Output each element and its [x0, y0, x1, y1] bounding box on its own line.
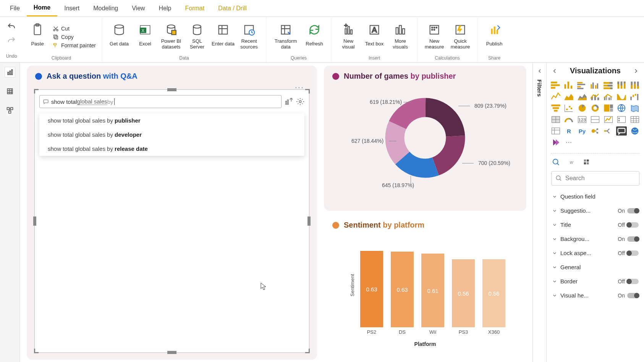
resize-handle-top[interactable] — [167, 88, 176, 91]
undo-button[interactable] — [7, 21, 16, 34]
viz-kpi-icon[interactable] — [603, 115, 614, 124]
recent-sources-button[interactable]: Recent sources — [237, 22, 261, 52]
viz-filled-map-icon[interactable] — [629, 103, 640, 113]
menu-insert[interactable]: Insert — [57, 0, 86, 16]
viz-scatter-icon[interactable] — [563, 103, 574, 113]
bar-1[interactable]: 0.63DS — [391, 252, 414, 327]
viz-stacked-bar-icon[interactable] — [550, 81, 561, 90]
bar-0[interactable]: 0.63PS2 — [360, 251, 383, 327]
viz-line-clustered-icon[interactable] — [603, 92, 614, 101]
menu-format[interactable]: Format — [178, 0, 211, 16]
viz-decomposition-icon[interactable] — [603, 126, 614, 136]
pbi-datasets-button[interactable]: Power BI datasets — [159, 22, 183, 52]
get-data-button[interactable]: Get data — [107, 22, 131, 52]
cut-button[interactable]: Cut — [51, 25, 97, 32]
transform-data-button[interactable]: Transform data — [271, 22, 301, 52]
viz-r-icon[interactable]: R — [563, 126, 574, 136]
viz-funnel-icon[interactable] — [550, 103, 561, 113]
suggestion-item-0[interactable]: show total global sales by publisher — [39, 113, 304, 128]
qa-visual-tile[interactable]: Ask a question with Q&A ··· show total g… — [27, 66, 317, 360]
prop-visual-header[interactable]: Visual he...On — [547, 288, 644, 302]
viz-key-influencers-icon[interactable] — [590, 126, 600, 136]
resize-handle-br[interactable] — [305, 349, 310, 353]
menu-view[interactable]: View — [125, 0, 152, 16]
prop-question-field[interactable]: Question field — [547, 189, 644, 204]
refresh-button[interactable]: Refresh — [302, 22, 327, 52]
paste-button[interactable]: Paste — [25, 22, 50, 52]
viz-slicer-icon[interactable] — [616, 115, 627, 124]
toggle-suggestions[interactable] — [627, 208, 639, 213]
viz-stacked-column-icon[interactable] — [563, 81, 574, 90]
prop-title[interactable]: TitleOff — [547, 218, 644, 232]
viz-search-tab-button[interactable] — [552, 158, 560, 166]
text-box-button[interactable]: AText box — [362, 22, 387, 52]
report-view-button[interactable] — [5, 67, 15, 77]
qa-question-input[interactable]: show total global sales by — [39, 95, 282, 108]
bar-4[interactable]: 0.56X360 — [482, 259, 505, 327]
toggle-title[interactable] — [627, 222, 639, 228]
viz-next-button[interactable] — [633, 68, 639, 74]
viz-more-button[interactable]: ··· — [563, 138, 574, 147]
viz-100pct-bar-icon[interactable] — [603, 81, 614, 90]
model-view-button[interactable] — [5, 105, 15, 115]
toggle-visual-header[interactable] — [627, 293, 639, 298]
viz-stacked-area-icon[interactable] — [577, 92, 587, 101]
viz-line-icon[interactable] — [550, 92, 561, 101]
viz-table-icon[interactable] — [629, 115, 640, 124]
viz-area-icon[interactable] — [563, 92, 574, 101]
viz-line-column-icon[interactable] — [590, 92, 600, 101]
resize-handle-tr[interactable] — [305, 89, 310, 94]
resize-handle-bl[interactable] — [34, 349, 39, 353]
viz-ribbon-icon[interactable] — [616, 92, 627, 101]
menu-help[interactable]: Help — [152, 0, 178, 16]
viz-treemap-icon[interactable] — [603, 103, 614, 113]
more-visuals-button[interactable]: More visuals — [388, 22, 413, 52]
convert-visual-button[interactable] — [285, 97, 293, 106]
suggestion-item-1[interactable]: show total global sales by developer — [39, 128, 304, 142]
resize-handle-right[interactable] — [307, 217, 311, 226]
menu-home[interactable]: Home — [27, 0, 57, 16]
new-visual-button[interactable]: +New visual — [336, 22, 361, 52]
quick-measure-button[interactable]: Quick measure — [448, 22, 472, 52]
viz-pie-icon[interactable] — [577, 103, 587, 113]
bar-3[interactable]: 0.56PS3 — [452, 259, 475, 327]
resize-handle-bottom[interactable] — [167, 351, 176, 354]
viz-gauge-icon[interactable] — [563, 115, 574, 124]
bar-chart-tile[interactable]: Sentiment by platform Sentiment Platform… — [324, 215, 526, 360]
prop-suggestions[interactable]: Suggestio...On — [547, 204, 644, 218]
viz-card-icon[interactable]: 123 — [577, 115, 587, 124]
viz-python-icon[interactable]: Py — [577, 126, 587, 136]
filters-pane-collapsed[interactable]: Filters — [532, 63, 546, 362]
publish-button[interactable]: Publish — [482, 22, 506, 52]
copy-button[interactable]: Copy — [51, 33, 97, 41]
viz-arcgis-icon[interactable] — [629, 126, 640, 136]
viz-donut-icon[interactable] — [590, 103, 600, 113]
prop-general[interactable]: General — [547, 260, 644, 274]
viz-search-input[interactable]: Search — [551, 171, 639, 186]
prop-background[interactable]: Backgrou...On — [547, 232, 644, 246]
toggle-background[interactable] — [627, 236, 639, 242]
resize-handle-left[interactable] — [33, 217, 36, 226]
viz-clustered-bar-icon[interactable] — [577, 81, 587, 90]
viz-clustered-column-icon[interactable] — [590, 81, 600, 90]
toggle-border[interactable] — [627, 279, 639, 284]
bar-2[interactable]: 0.61Wii — [421, 254, 444, 327]
format-painter-button[interactable]: Format painter — [51, 42, 97, 49]
menu-data-drill[interactable]: Data / Drill — [211, 0, 254, 16]
viz-100pct-column-icon[interactable] — [616, 81, 627, 90]
expand-filters-icon[interactable] — [537, 68, 543, 74]
viz-multi-card-icon[interactable] — [590, 115, 600, 124]
enter-data-button[interactable]: Enter data — [211, 22, 235, 52]
donut-chart-tile[interactable]: Number of games by publisher 809 (23.79%… — [324, 66, 526, 211]
menu-file[interactable]: File — [3, 0, 27, 16]
excel-button[interactable]: XExcel — [133, 22, 157, 52]
viz-qa-icon[interactable] — [616, 126, 627, 136]
qa-frame[interactable]: show total global sales by show total gl… — [34, 89, 309, 353]
menu-modeling[interactable]: Modeling — [86, 0, 125, 16]
viz-matrix-icon[interactable] — [550, 126, 561, 136]
prop-lock-aspect[interactable]: Lock aspe...Off — [547, 246, 644, 260]
viz-shape-map-icon[interactable] — [550, 115, 561, 124]
qa-settings-button[interactable] — [296, 97, 304, 106]
viz-100pct-stacked-icon[interactable] — [629, 81, 640, 90]
new-measure-button[interactable]: New measure — [422, 22, 447, 52]
